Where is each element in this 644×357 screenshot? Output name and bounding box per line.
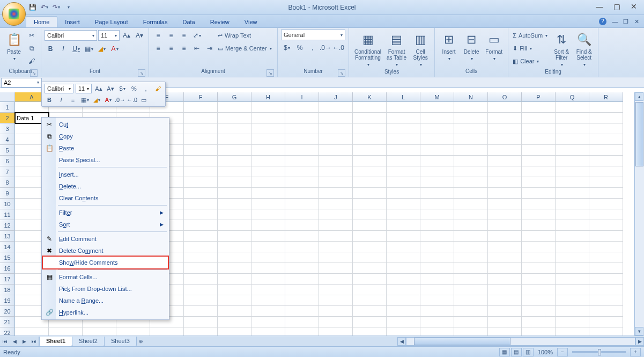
column-header-J[interactable]: J xyxy=(319,92,353,102)
align-left-icon[interactable]: ≡ xyxy=(152,42,164,54)
cell-K8[interactable] xyxy=(353,177,387,188)
cell-L1[interactable] xyxy=(387,102,420,113)
cell-J16[interactable] xyxy=(319,263,353,274)
cell-P4[interactable] xyxy=(522,134,556,145)
cell-F8[interactable] xyxy=(184,177,218,188)
cell-M9[interactable] xyxy=(420,188,454,199)
cell-O21[interactable] xyxy=(488,317,522,327)
cell-F14[interactable] xyxy=(184,242,218,252)
column-header-P[interactable]: P xyxy=(522,92,556,102)
cell-M17[interactable] xyxy=(420,274,454,285)
sheet-tab-sheet1[interactable]: Sheet1 xyxy=(39,337,72,347)
mini-merge-icon[interactable]: ▭ xyxy=(139,95,149,105)
cell-R7[interactable] xyxy=(589,166,623,177)
cell-F7[interactable] xyxy=(184,166,218,177)
cell-N3[interactable] xyxy=(454,123,488,134)
cell-M7[interactable] xyxy=(420,166,454,177)
cell-N5[interactable] xyxy=(454,145,488,156)
cell-H19[interactable] xyxy=(251,295,285,306)
cell-L17[interactable] xyxy=(387,274,420,285)
cell-N19[interactable] xyxy=(454,295,488,306)
zoom-percent[interactable]: 100% xyxy=(538,349,553,355)
cell-O10[interactable] xyxy=(488,199,522,209)
cell-P14[interactable] xyxy=(522,242,556,252)
mini-fill-color-icon[interactable]: ◢▾ xyxy=(92,95,101,105)
cell-Q15[interactable] xyxy=(556,252,589,263)
name-box[interactable]: A2▾ xyxy=(1,78,42,88)
maximize-button[interactable]: ▢ xyxy=(609,1,625,12)
column-header-L[interactable]: L xyxy=(387,92,420,102)
menu-item-17[interactable]: Pick From Drop-down List... xyxy=(43,283,168,295)
cell-H1[interactable] xyxy=(251,102,285,113)
cell-F15[interactable] xyxy=(184,252,218,263)
sheet-nav-prev[interactable]: ◀ xyxy=(10,337,19,346)
cell-R15[interactable] xyxy=(589,252,623,263)
cell-H3[interactable] xyxy=(251,123,285,134)
cell-J15[interactable] xyxy=(319,252,353,263)
cell-M5[interactable] xyxy=(420,145,454,156)
cell-H2[interactable] xyxy=(251,113,285,123)
orientation-icon[interactable]: ⤢▾ xyxy=(191,30,203,41)
cell-J17[interactable] xyxy=(319,274,353,285)
cell-G9[interactable] xyxy=(218,188,251,199)
cell-C22[interactable] xyxy=(83,327,116,336)
mini-comma-icon[interactable]: , xyxy=(141,84,151,93)
autosum-button[interactable]: ΣAutoSum▾ xyxy=(512,30,550,41)
cell-Q18[interactable] xyxy=(556,285,589,295)
cell-F16[interactable] xyxy=(184,263,218,274)
cell-N4[interactable] xyxy=(454,134,488,145)
cell-O17[interactable] xyxy=(488,274,522,285)
cell-G22[interactable] xyxy=(218,327,251,336)
cell-M21[interactable] xyxy=(420,317,454,327)
cell-K9[interactable] xyxy=(353,188,387,199)
cell-F11[interactable] xyxy=(184,209,218,220)
cell-N2[interactable] xyxy=(454,113,488,123)
cell-F9[interactable] xyxy=(184,188,218,199)
cell-Q16[interactable] xyxy=(556,263,589,274)
cell-Q21[interactable] xyxy=(556,317,589,327)
cell-L22[interactable] xyxy=(387,327,420,336)
page-layout-view-button[interactable]: ▤ xyxy=(511,348,522,356)
sheet-tab-sheet3[interactable]: Sheet3 xyxy=(104,337,137,347)
menu-item-9[interactable]: Filter▶ xyxy=(43,207,168,218)
cell-P12[interactable] xyxy=(522,220,556,231)
fill-button[interactable]: ⬇Fill▾ xyxy=(512,42,550,54)
cell-I18[interactable] xyxy=(285,285,319,295)
cell-I22[interactable] xyxy=(285,327,319,336)
close-button[interactable]: ✕ xyxy=(626,1,642,12)
cell-N7[interactable] xyxy=(454,166,488,177)
cell-P6[interactable] xyxy=(522,156,556,166)
cell-L11[interactable] xyxy=(387,209,420,220)
cell-J18[interactable] xyxy=(319,285,353,295)
cell-Q1[interactable] xyxy=(556,102,589,113)
cell-R2[interactable] xyxy=(589,113,623,123)
cell-R16[interactable] xyxy=(589,263,623,274)
cell-K22[interactable] xyxy=(353,327,387,336)
menu-item-19[interactable]: 🔗Hyperlink... xyxy=(43,307,168,318)
scroll-left-button[interactable]: ◀ xyxy=(397,337,406,346)
cell-J2[interactable] xyxy=(319,113,353,123)
wrap-text-button[interactable]: ↩Wrap Text xyxy=(217,30,274,41)
qat-customize-icon[interactable]: ▾ xyxy=(63,3,73,12)
cell-M16[interactable] xyxy=(420,263,454,274)
cell-I9[interactable] xyxy=(285,188,319,199)
row-header-1[interactable]: 1 xyxy=(0,102,15,113)
cell-K4[interactable] xyxy=(353,134,387,145)
cell-O7[interactable] xyxy=(488,166,522,177)
align-top-icon[interactable]: ≡ xyxy=(152,30,164,41)
tab-data[interactable]: Data xyxy=(175,17,202,27)
cell-K21[interactable] xyxy=(353,317,387,327)
cell-H22[interactable] xyxy=(251,327,285,336)
cell-R21[interactable] xyxy=(589,317,623,327)
cell-P18[interactable] xyxy=(522,285,556,295)
bold-button[interactable]: B xyxy=(45,43,56,55)
menu-item-16[interactable]: ▦Format Cells... xyxy=(43,271,168,283)
column-header-R[interactable]: R xyxy=(589,92,623,102)
cell-P15[interactable] xyxy=(522,252,556,263)
underline-button[interactable]: U▾ xyxy=(70,43,82,55)
cell-L10[interactable] xyxy=(387,199,420,209)
conditional-formatting-button[interactable]: ▦Conditional Formatting▾ xyxy=(352,30,383,69)
cell-I15[interactable] xyxy=(285,252,319,263)
zoom-slider[interactable] xyxy=(572,351,626,353)
mini-font-color-icon[interactable]: A▾ xyxy=(103,95,113,105)
